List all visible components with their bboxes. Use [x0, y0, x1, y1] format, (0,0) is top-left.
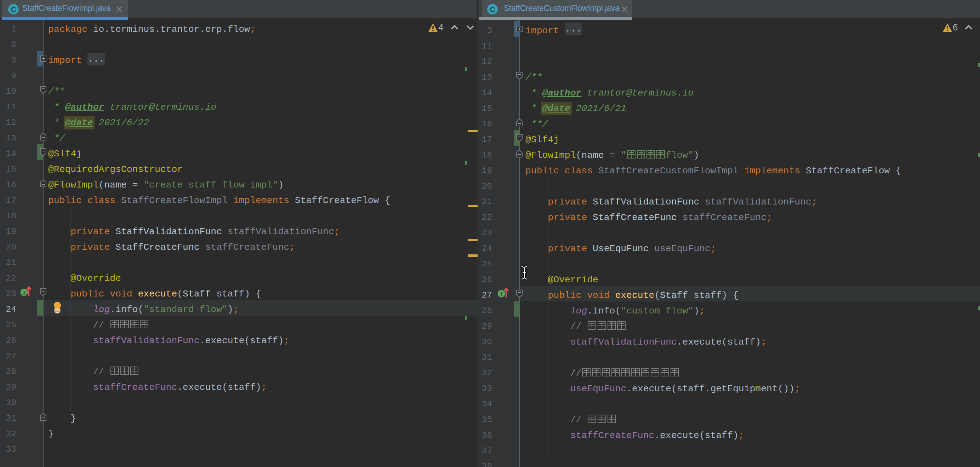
svg-text:I: I [23, 289, 25, 296]
svg-text:C: C [490, 5, 495, 13]
svg-text:I: I [500, 291, 503, 297]
svg-text:C: C [11, 5, 16, 13]
